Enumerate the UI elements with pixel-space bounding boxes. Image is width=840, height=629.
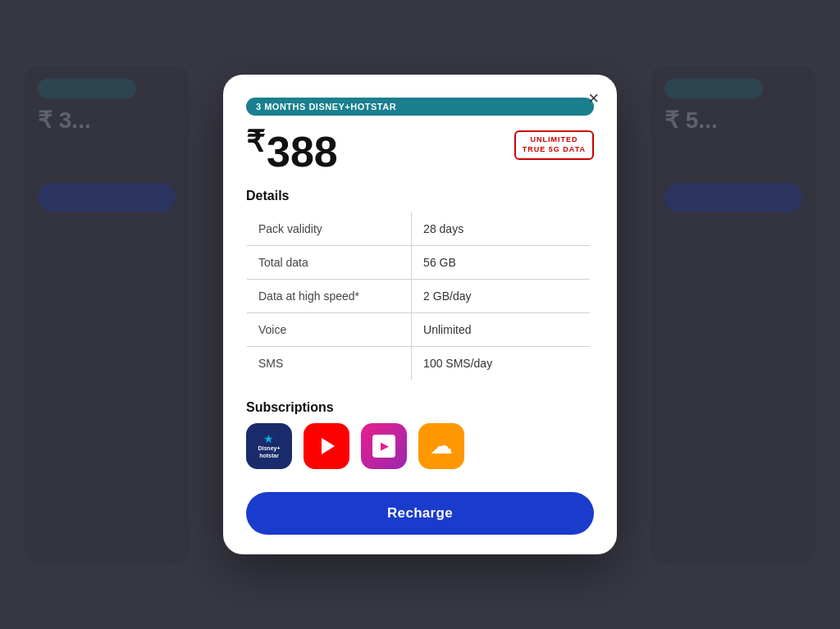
currency-symbol: ₹	[246, 125, 265, 158]
plan-price: ₹388	[246, 127, 338, 173]
vijay-symbol-icon: ▶	[381, 440, 388, 452]
subscription-icon-youtube	[304, 423, 349, 469]
table-row: SMS100 SMS/day	[247, 346, 591, 380]
unlimited-badge: UNLIMITED TRUE 5G DATA	[514, 130, 594, 159]
table-cell-value: 2 GB/day	[412, 279, 591, 312]
table-cell-value: 28 days	[412, 212, 591, 245]
table-cell-value: Unlimited	[412, 312, 591, 346]
details-title: Details	[246, 189, 591, 203]
unlimited-line1: UNLIMITED	[530, 135, 578, 145]
table-row: Pack validity28 days	[247, 212, 591, 245]
table-row: VoiceUnlimited	[247, 312, 591, 346]
close-button[interactable]: ×	[588, 89, 599, 107]
unlimited-line2: TRUE 5G DATA	[523, 145, 586, 155]
subscription-icon-cloud: ☁	[418, 423, 464, 469]
youtube-play-icon	[322, 438, 335, 454]
disney-label: Disney+hotstar	[258, 445, 280, 459]
table-row: Data at high speed*2 GB/day	[247, 279, 591, 312]
table-row: Total data56 GB	[247, 245, 591, 279]
table-cell-label: Total data	[247, 245, 412, 279]
modal-dialog: × 3 MONTHS DISNEY+HOTSTAR ₹388 UNLIMITED…	[223, 75, 617, 554]
table-cell-label: Data at high speed*	[247, 279, 412, 312]
cloud-icon: ☁	[430, 435, 453, 458]
details-table: Pack validity28 daysTotal data56 GBData …	[246, 212, 591, 381]
subscription-icon-vijay: ▶	[361, 423, 407, 469]
table-cell-value: 100 SMS/day	[412, 346, 591, 380]
disney-star-icon: ★	[263, 432, 274, 445]
subscriptions-section: Subscriptions ★ Disney+hotstar	[246, 400, 591, 469]
price-row: ₹388 UNLIMITED TRUE 5G DATA	[246, 127, 594, 173]
subscription-icon-disney: ★ Disney+hotstar	[246, 423, 292, 469]
subscriptions-title: Subscriptions	[246, 400, 591, 415]
table-cell-label: Pack validity	[247, 212, 412, 245]
table-cell-value: 56 GB	[412, 245, 591, 279]
table-cell-label: Voice	[247, 312, 412, 346]
scrollable-content[interactable]: Details Pack validity28 daysTotal data56…	[246, 189, 594, 476]
subscription-icons-container: ★ Disney+hotstar ▶	[246, 423, 591, 469]
recharge-button[interactable]: Recharge	[246, 492, 594, 535]
plan-badge: 3 MONTHS DISNEY+HOTSTAR	[246, 98, 594, 116]
modal-backdrop: × 3 MONTHS DISNEY+HOTSTAR ₹388 UNLIMITED…	[0, 0, 840, 629]
vijay-inner-icon: ▶	[372, 435, 395, 458]
table-cell-label: SMS	[247, 346, 412, 380]
